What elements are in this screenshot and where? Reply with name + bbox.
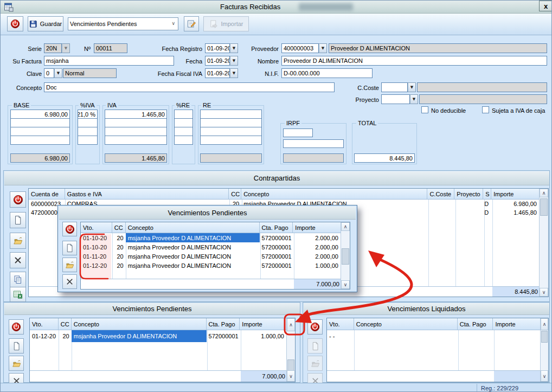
col-header-importe[interactable]: Importe [491, 189, 539, 199]
col-header-cta-pago[interactable]: Cta. Pago [207, 318, 240, 330]
irpf-amount-field[interactable] [283, 139, 344, 148]
contrapartidas-scrollbar[interactable]: ∧ ∨ [539, 189, 548, 297]
iva-row-3[interactable] [105, 127, 167, 136]
liquidados-scrollbar[interactable]: ∧ ∨ [540, 318, 548, 382]
scrollbar-thumb[interactable] [342, 248, 349, 265]
col-header-concepto[interactable]: Concepto [354, 318, 458, 330]
re-row-4[interactable] [200, 136, 262, 145]
num-field[interactable]: 00011 [94, 43, 127, 53]
table-row[interactable]: 01-10-20 20 msjanha Proveedor D ALIMENTA… [81, 233, 341, 242]
col-header-importe[interactable]: Importe [293, 222, 341, 233]
p-re-row-1[interactable] [174, 110, 193, 119]
scroll-down-icon[interactable]: ∨ [341, 280, 350, 289]
guardar-button[interactable]: Guardar [28, 16, 63, 31]
col-header-cc[interactable]: CC [112, 222, 126, 233]
base-row-2[interactable] [10, 118, 70, 127]
scrollbar-thumb[interactable] [540, 198, 548, 216]
contrapartidas-excel-button[interactable] [10, 287, 26, 302]
no-deducible-checkbox[interactable] [421, 106, 428, 113]
combo-arrow-icon[interactable]: ▼ [230, 68, 238, 78]
col-header-ccoste[interactable]: C.Coste [427, 189, 454, 199]
base-row-3[interactable] [10, 127, 70, 136]
combo-arrow-icon[interactable]: ▼ [230, 43, 238, 53]
p-iva-row-3[interactable] [78, 127, 98, 136]
iva-row-2[interactable] [105, 118, 167, 127]
scroll-down-icon[interactable]: ∨ [287, 370, 295, 382]
contrapartidas-delete-button[interactable] [10, 252, 26, 268]
p-iva-row-2[interactable] [78, 118, 98, 127]
close-button[interactable]: x [539, 1, 552, 11]
proyecto-combo[interactable]: ▼ [381, 94, 418, 104]
table-row[interactable]: 01-12-20 20 msjanha Proveedor D ALIMENTA… [81, 261, 341, 270]
scroll-up-icon[interactable]: ∧ [540, 189, 548, 197]
table-row[interactable]: 01-12-20 20 msjanha Proveedor D ALIMENTA… [30, 330, 286, 342]
col-header-cta-pago[interactable]: Cta. Pago [260, 222, 293, 233]
p-iva-row-1[interactable]: 21,0 % [78, 110, 98, 119]
iva-row-4[interactable] [105, 136, 167, 145]
pendientes-scrollbar[interactable]: ∧ ∨ [286, 318, 295, 382]
scroll-up-icon[interactable]: ∧ [287, 318, 295, 331]
edit-button[interactable] [184, 16, 199, 31]
p-re-row-4[interactable] [174, 136, 193, 145]
clave-combo[interactable]: 0 ▼ [44, 68, 62, 78]
col-header-vto[interactable]: Vto. [327, 318, 354, 330]
table-row[interactable]: 01-11-20 20 msjanha Proveedor D ALIMENTA… [81, 252, 341, 261]
combo-arrow-icon[interactable]: ▼ [410, 94, 418, 104]
re-row-1[interactable] [200, 110, 262, 119]
re-row-3[interactable] [200, 127, 262, 136]
p-iva-row-4[interactable] [78, 136, 98, 145]
base-row-4[interactable] [10, 136, 70, 145]
col-header-importe[interactable]: Importe [493, 318, 540, 330]
nombre-field[interactable]: Proveedor D ALIMENTACION [281, 56, 547, 66]
table-row[interactable]: - - [327, 330, 540, 342]
popup-new-button[interactable] [62, 241, 77, 255]
base-row-1[interactable]: 6.980,00 [10, 110, 70, 119]
proveedor-combo[interactable]: 400000003 ▼ [281, 43, 327, 53]
col-header-cc[interactable]: CC [59, 318, 72, 330]
col-header-concepto[interactable]: Concepto [241, 189, 427, 199]
col-header-cta-pago[interactable]: Cta. Pago [458, 318, 493, 330]
col-header-cuenta[interactable]: Cuenta de [29, 189, 65, 199]
pendientes-exit-button[interactable] [9, 319, 24, 335]
col-header-concepto[interactable]: Concepto [72, 318, 207, 330]
exit-button[interactable] [7, 16, 23, 31]
combo-arrow-icon[interactable]: ▼ [319, 43, 327, 53]
combo-arrow-icon[interactable]: ▼ [62, 43, 70, 53]
sujeta-iva-caja-checkbox[interactable] [482, 106, 489, 113]
col-header-concepto[interactable]: Concepto [126, 222, 260, 233]
col-header-gastos[interactable]: Gastos e IVA [65, 189, 229, 199]
col-header-importe[interactable]: Importe [240, 318, 286, 330]
popup-delete-button[interactable] [62, 274, 77, 289]
pendientes-new-button[interactable] [9, 338, 24, 354]
col-header-vto[interactable]: Vto. [81, 222, 112, 233]
col-header-cc[interactable]: CC [229, 189, 241, 199]
col-header-s[interactable]: S [483, 189, 491, 199]
fecha-field[interactable]: 01-09-20 ▼ [205, 56, 238, 66]
view-selector[interactable]: Vencimientos Pendientes ∨ [68, 17, 178, 30]
contrapartidas-copy-button[interactable] [10, 272, 26, 288]
nif-field[interactable]: D-00.000.000 [281, 68, 373, 78]
table-row[interactable]: 01-10-20 20 msjanha Proveedor D ALIMENTA… [81, 242, 341, 252]
c-coste-combo[interactable]: ▼ [381, 82, 416, 92]
p-re-row-3[interactable] [174, 127, 193, 136]
popup-open-button[interactable] [62, 258, 77, 272]
fecha-fiscal-iva-field[interactable]: 01-09-20 ▼ [205, 68, 238, 78]
concepto-field[interactable]: Doc [44, 82, 335, 92]
contrapartidas-exit-button[interactable] [10, 191, 26, 208]
col-header-proyecto[interactable]: Proyecto [454, 189, 483, 199]
pendientes-open-button[interactable] [9, 356, 24, 371]
irpf-pct-field[interactable] [283, 128, 313, 137]
scrollbar-thumb[interactable] [541, 331, 548, 343]
combo-arrow-icon[interactable]: ▼ [408, 82, 416, 92]
scroll-down-icon[interactable]: ∨ [541, 370, 548, 382]
scrollbar-thumb[interactable] [287, 359, 294, 371]
popup-scrollbar[interactable]: ∧ ∨ [341, 222, 350, 289]
popup-exit-button[interactable] [62, 222, 77, 236]
iva-row-1[interactable]: 1.465,80 [105, 110, 167, 119]
p-re-row-2[interactable] [174, 118, 193, 127]
scroll-down-icon[interactable]: ∨ [540, 288, 548, 297]
scroll-up-icon[interactable]: ∧ [541, 318, 548, 330]
serie-combo[interactable]: 20N ▼ [44, 43, 70, 53]
contrapartidas-new-button[interactable] [10, 212, 26, 228]
liquidados-exit-button[interactable] [307, 319, 323, 335]
